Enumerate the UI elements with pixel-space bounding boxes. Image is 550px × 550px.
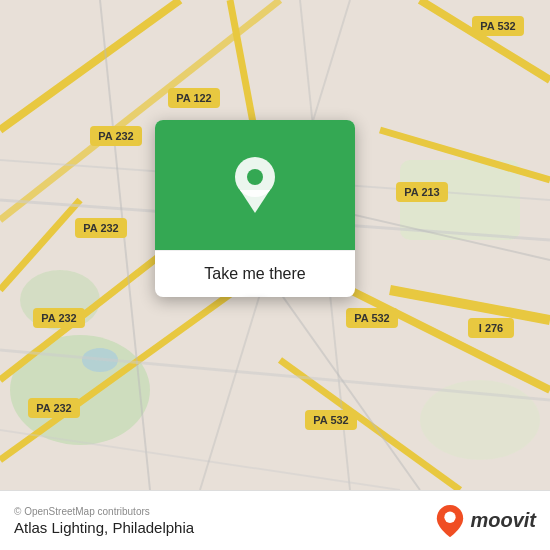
moovit-logo: moovit: [436, 505, 536, 537]
svg-text:PA 232: PA 232: [41, 312, 76, 324]
location-pin-icon: [230, 155, 280, 215]
svg-text:PA 213: PA 213: [404, 186, 439, 198]
svg-point-50: [445, 511, 456, 522]
svg-marker-48: [240, 190, 270, 213]
svg-point-4: [420, 380, 540, 460]
location-name: Atlas Lighting, Philadelphia: [14, 519, 194, 536]
svg-point-49: [247, 169, 263, 185]
svg-text:PA 532: PA 532: [354, 312, 389, 324]
svg-text:PA 532: PA 532: [313, 414, 348, 426]
popup-label[interactable]: Take me there: [155, 250, 355, 297]
svg-text:PA 532: PA 532: [480, 20, 515, 32]
popup-card[interactable]: Take me there: [155, 120, 355, 297]
popup-header: [155, 120, 355, 250]
svg-text:PA 232: PA 232: [36, 402, 71, 414]
svg-text:PA 232: PA 232: [83, 222, 118, 234]
svg-text:I 276: I 276: [479, 322, 503, 334]
moovit-brand-text: moovit: [470, 509, 536, 532]
bottom-bar: © OpenStreetMap contributors Atlas Light…: [0, 490, 550, 550]
svg-text:PA 122: PA 122: [176, 92, 211, 104]
bottom-info: © OpenStreetMap contributors Atlas Light…: [14, 506, 194, 536]
svg-text:PA 232: PA 232: [98, 130, 133, 142]
map-container: PA 532 PA 232 PA 232 PA 232 PA 232 PA 12…: [0, 0, 550, 490]
attribution-text: © OpenStreetMap contributors: [14, 506, 194, 517]
moovit-pin-icon: [436, 505, 464, 537]
